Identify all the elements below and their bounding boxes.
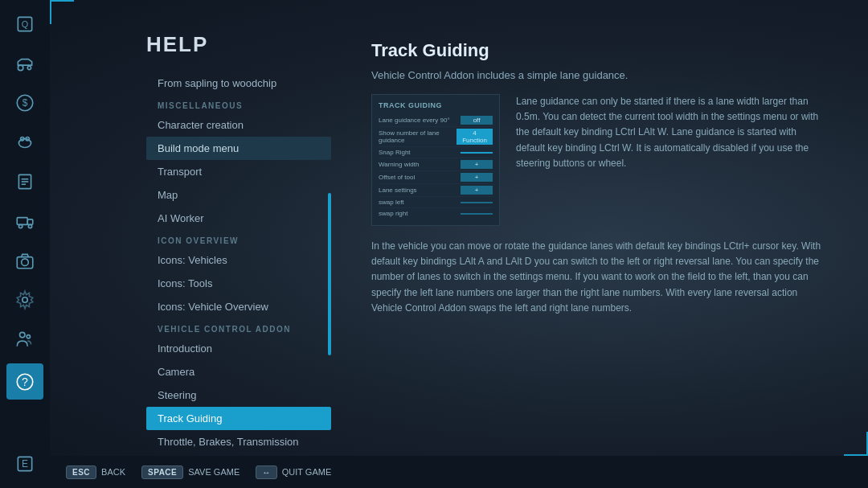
settings-value-3 <box>461 152 493 154</box>
nav-scrollbar[interactable] <box>328 193 331 355</box>
svg-text:E: E <box>22 458 28 470</box>
settings-label-4: Warning width <box>379 161 419 168</box>
quit-badge: ↔ <box>256 465 277 479</box>
settings-value-6: + <box>461 186 493 195</box>
settings-label-5: Offset of tool <box>379 174 415 181</box>
space-badge: SPACE <box>141 465 183 479</box>
settings-label-2: Show number of lane guidance <box>379 129 457 144</box>
content-full-text: In the vehicle you can move or rotate th… <box>371 239 828 316</box>
nav-item-introduction[interactable]: Introduction <box>146 337 331 360</box>
bottom-key-esc: ESC BACK <box>66 465 125 479</box>
people-icon[interactable] <box>6 321 43 357</box>
settings-icon[interactable] <box>6 281 43 318</box>
svg-point-3 <box>27 67 31 70</box>
settings-label-7: swap left <box>379 199 404 206</box>
settings-table-title: TRACK GUIDING <box>379 101 493 109</box>
e-icon[interactable]: E <box>6 445 43 482</box>
nav-item-track-guiding[interactable]: Track Guiding <box>146 407 331 430</box>
settings-row-1: Lane guidance every 90° off <box>379 114 493 127</box>
help-icon[interactable]: ? <box>6 363 43 400</box>
settings-value-2: 4 Function <box>457 129 493 145</box>
nav-item-icons-vehicles[interactable]: Icons: Vehicles <box>146 248 331 272</box>
nav-item-transport[interactable]: Transport <box>146 160 331 183</box>
bottom-bar: ESC BACK SPACE SAVE GAME ↔ QUIT GAME <box>50 456 868 488</box>
nav-item-woodchip[interactable]: From sapling to woodchip <box>146 72 331 95</box>
content-title: Track Guiding <box>371 40 828 61</box>
nav-item-ai-worker[interactable]: AI Worker <box>146 207 331 230</box>
svg-point-18 <box>22 259 29 266</box>
settings-label-1: Lane guidance every 90° <box>379 117 450 124</box>
nav-item-map[interactable]: Map <box>146 183 331 207</box>
sidebar: Q $ ? E <box>0 0 50 488</box>
content-subtitle: Vehicle Control Addon includes a simple … <box>371 69 828 81</box>
svg-rect-13 <box>17 218 27 225</box>
corner-top-left <box>50 0 74 24</box>
settings-row-5: Offset of tool + <box>379 171 493 184</box>
nav-panel: HELP From sapling to woodchip MISCELLANE… <box>146 32 331 440</box>
svg-text:?: ? <box>22 375 28 388</box>
nav-item-character-creation[interactable]: Character creation <box>146 113 331 137</box>
settings-value-1: off <box>461 116 493 125</box>
nav-item-icons-tools[interactable]: Icons: Tools <box>146 272 331 295</box>
quit-label: QUIT GAME <box>282 467 332 477</box>
transport-icon[interactable] <box>6 203 43 240</box>
svg-point-2 <box>18 66 23 72</box>
svg-text:Q: Q <box>22 20 28 30</box>
space-label: SAVE GAME <box>188 467 240 477</box>
quest-icon[interactable]: Q <box>6 6 43 43</box>
settings-table: TRACK GUIDING Lane guidance every 90° of… <box>371 94 500 226</box>
money-icon[interactable]: $ <box>6 85 43 121</box>
settings-row-8: swap right <box>379 208 493 219</box>
help-title: HELP <box>146 32 331 57</box>
settings-label-6: Lane settings <box>379 187 417 194</box>
svg-point-16 <box>28 224 31 228</box>
settings-value-5: + <box>461 173 493 182</box>
content-body: TRACK GUIDING Lane guidance every 90° of… <box>371 94 828 226</box>
camera-icon[interactable] <box>6 243 43 279</box>
nav-item-throttle[interactable]: Throttle, Brakes, Transmission <box>146 430 331 453</box>
book-icon[interactable] <box>6 164 43 200</box>
nav-section-miscellaneous: MISCELLANEOUS <box>146 95 331 113</box>
settings-value-4: + <box>461 160 493 169</box>
svg-rect-14 <box>27 219 33 225</box>
nav-item-icons-vehicle-overview[interactable]: Icons: Vehicle Overview <box>146 295 331 318</box>
bottom-key-space: SPACE SAVE GAME <box>141 465 240 479</box>
settings-label-8: swap right <box>379 210 407 217</box>
svg-text:$: $ <box>23 98 28 109</box>
corner-bottom-right <box>844 432 868 456</box>
settings-row-7: swap left <box>379 197 493 208</box>
nav-item-camera[interactable]: Camera <box>146 360 331 383</box>
content-panel: Track Guiding Vehicle Control Addon incl… <box>355 32 844 440</box>
svg-point-15 <box>18 224 22 228</box>
vehicle-icon[interactable] <box>6 46 43 82</box>
settings-row-4: Warning width + <box>379 158 493 171</box>
animal-icon[interactable] <box>6 125 43 161</box>
content-body-text: Lane guidance can only be started if the… <box>516 94 828 226</box>
nav-section-vca: VEHICLE CONTROL ADDON <box>146 318 331 337</box>
svg-point-19 <box>23 297 28 303</box>
nav-section-icon-overview: ICON OVERVIEW <box>146 230 331 248</box>
nav-item-build-mode[interactable]: Build mode menu <box>146 137 331 160</box>
settings-label-3: Snap Right <box>379 149 411 156</box>
bottom-key-quit: ↔ QUIT GAME <box>256 465 331 479</box>
nav-item-steering[interactable]: Steering <box>146 383 331 407</box>
settings-row-6: Lane settings + <box>379 184 493 197</box>
esc-badge: ESC <box>66 465 96 479</box>
nav-container: From sapling to woodchip MISCELLANEOUS C… <box>146 72 331 477</box>
settings-row-3: Snap Right <box>379 147 493 158</box>
settings-value-7 <box>461 202 493 203</box>
svg-point-21 <box>27 334 30 338</box>
settings-row-2: Show number of lane guidance 4 Function <box>379 127 493 147</box>
svg-point-20 <box>20 332 26 338</box>
settings-value-8 <box>461 213 493 215</box>
main-content: HELP From sapling to woodchip MISCELLANE… <box>50 0 868 456</box>
esc-label: BACK <box>101 467 125 477</box>
